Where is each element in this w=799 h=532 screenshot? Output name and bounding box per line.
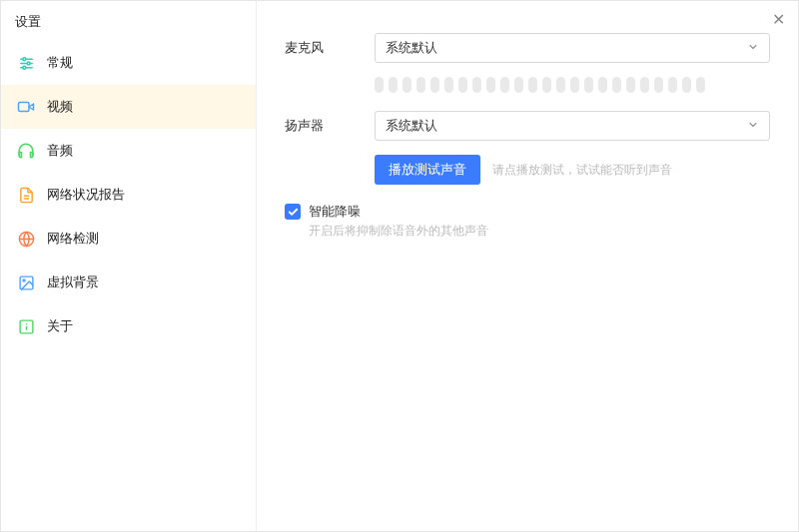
microphone-select[interactable]: 系统默认 [375,33,770,63]
meter-bar [486,77,495,93]
globe-icon [17,230,35,248]
noise-suppression-text: 智能降噪 开启后将抑制除语音外的其他声音 [309,203,488,240]
meter-bar [416,77,425,93]
meter-bar [654,77,663,93]
svg-point-3 [22,57,25,60]
test-sound-hint: 请点播放测试，试试能否听到声音 [492,162,672,179]
sidebar-item-video[interactable]: 视频 [1,85,256,129]
meter-bar [668,77,677,93]
microphone-value: 系统默认 [386,39,437,57]
meter-bar [682,77,691,93]
sidebar-item-label: 虚拟背景 [47,273,99,291]
microphone-label: 麦克风 [285,39,375,57]
meter-bar [444,77,453,93]
sidebar-item-label: 网络检测 [47,230,99,248]
speaker-value: 系统默认 [386,117,437,135]
camera-icon [17,98,35,116]
sliders-icon [17,54,35,72]
speaker-test-row: 播放测试声音 请点播放测试，试试能否听到声音 [375,155,770,185]
image-icon [17,273,35,291]
meter-bar [696,77,705,93]
sidebar-item-about[interactable]: 关于 [1,304,256,348]
meter-bar [570,77,579,93]
meter-bar [375,77,384,93]
meter-bar [514,77,523,93]
sidebar-item-network-test[interactable]: 网络检测 [1,217,256,261]
sidebar: 设置 常规 视频 音频 [1,1,257,531]
sidebar-item-virtual-bg[interactable]: 虚拟背景 [1,261,256,304]
sidebar-item-label: 网络状况报告 [47,186,125,204]
noise-suppression-row: 智能降噪 开启后将抑制除语音外的其他声音 [285,203,770,240]
sidebar-items: 常规 视频 音频 网络状况报告 [1,41,256,348]
microphone-row: 麦克风 系统默认 [285,33,770,63]
noise-suppression-label: 智能降噪 [309,203,488,221]
speaker-row: 扬声器 系统默认 [285,111,770,141]
speaker-select[interactable]: 系统默认 [375,111,770,141]
meter-bar [640,77,649,93]
meter-bar [528,77,537,93]
speaker-label: 扬声器 [285,117,375,135]
info-icon [17,317,35,335]
svg-point-13 [22,278,24,280]
chevron-down-icon [747,41,759,56]
sidebar-item-label: 音频 [47,142,73,160]
meter-bar [500,77,509,93]
meter-bar [402,77,411,93]
meter-bar [430,77,439,93]
meter-bar [458,77,467,93]
mic-level-meter [375,77,770,93]
meter-bar [472,77,481,93]
close-button[interactable]: ✕ [768,9,788,29]
meter-bar [612,77,621,93]
meter-bar [626,77,635,93]
sidebar-item-network-report[interactable]: 网络状况报告 [1,173,256,217]
file-icon [17,186,35,204]
svg-point-5 [22,66,25,69]
svg-rect-6 [19,103,30,112]
sidebar-item-label: 关于 [47,317,73,335]
headphones-icon [17,142,35,160]
sidebar-item-audio[interactable]: 音频 [1,129,256,173]
chevron-down-icon [747,119,759,134]
meter-bar [584,77,593,93]
meter-bar [389,77,398,93]
sidebar-item-label: 视频 [47,98,73,116]
sidebar-item-general[interactable]: 常规 [1,41,256,85]
noise-suppression-desc: 开启后将抑制除语音外的其他声音 [309,223,488,240]
svg-point-4 [27,62,30,65]
settings-title: 设置 [1,1,256,41]
content-panel: 麦克风 系统默认 扬声器 系统默认 播放测试声音 请点播放测试，试试能否听到声音 [257,1,798,531]
meter-bar [556,77,565,93]
sidebar-item-label: 常规 [47,54,73,72]
settings-dialog: ✕ 设置 常规 视频 音频 [0,0,799,532]
noise-suppression-checkbox[interactable] [285,204,301,220]
meter-bar [542,77,551,93]
meter-bar [598,77,607,93]
test-sound-button[interactable]: 播放测试声音 [375,155,480,185]
close-icon: ✕ [772,10,785,29]
